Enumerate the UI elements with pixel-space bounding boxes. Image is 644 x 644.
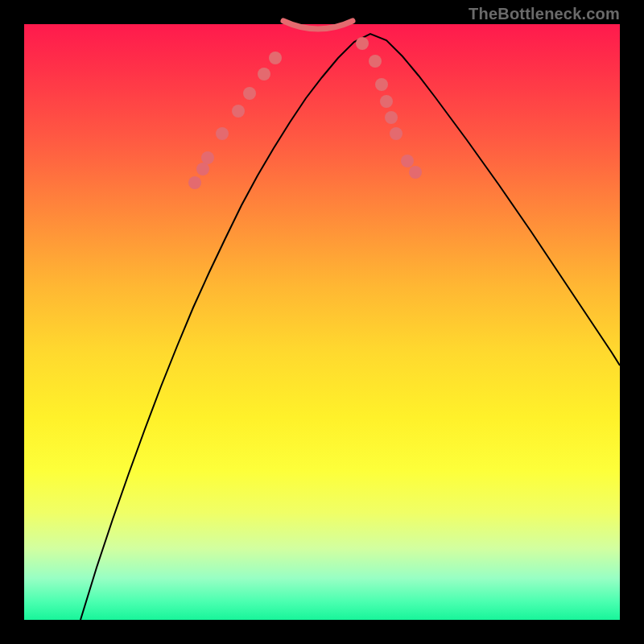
dots-group: [188, 37, 422, 189]
data-point: [385, 111, 398, 124]
data-point: [232, 105, 245, 118]
chart-frame: [24, 24, 620, 620]
data-point: [356, 37, 369, 50]
bottom-highlight: [283, 21, 353, 29]
bottleneck-plot: [24, 24, 620, 620]
data-point: [269, 52, 282, 64]
data-point: [369, 55, 382, 68]
data-point: [375, 78, 388, 91]
data-point: [258, 68, 270, 80]
data-point: [196, 163, 209, 175]
data-point: [409, 166, 422, 179]
curve-group: [80, 34, 620, 620]
data-point: [380, 95, 393, 108]
data-point: [201, 151, 214, 164]
data-point: [390, 127, 402, 140]
data-point: [216, 127, 229, 140]
data-point: [401, 155, 414, 167]
data-point: [188, 176, 201, 189]
data-point: [243, 87, 256, 100]
watermark-text: TheBottleneck.com: [469, 5, 620, 23]
bottleneck-curve: [80, 34, 620, 620]
bottom-segment-group: [283, 21, 353, 29]
